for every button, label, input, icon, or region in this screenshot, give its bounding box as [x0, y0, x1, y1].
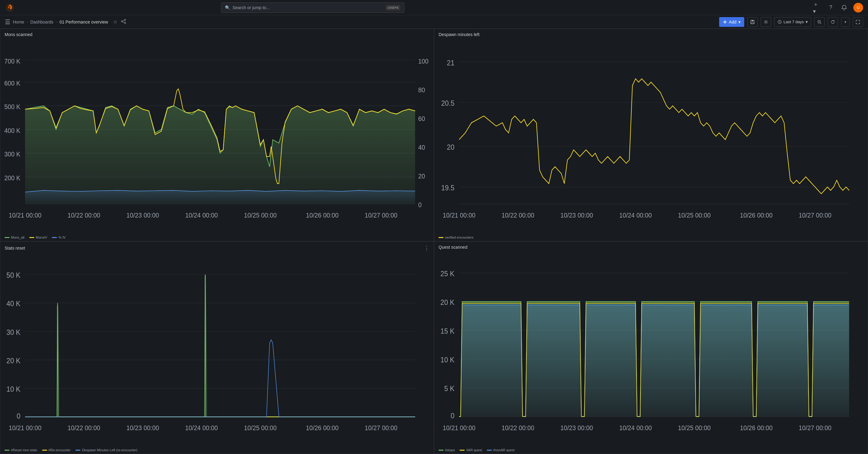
legend-label-pct-iv: % IV — [58, 235, 65, 239]
add-chevron: ▾ — [738, 20, 741, 25]
search-shortcut: cmd+k — [386, 5, 400, 10]
save-button[interactable] — [747, 17, 758, 27]
panel-header-despawn: Despawn minutes left — [434, 29, 868, 38]
zoom-out-button[interactable] — [814, 17, 825, 27]
legend-label-stops: #stops — [445, 448, 455, 452]
search-icon: 🔍 — [225, 5, 230, 10]
svg-text:0: 0 — [17, 412, 20, 420]
panel-body-quest: 25 K 20 K 15 K 10 K 5 K 0 — [434, 251, 868, 447]
svg-text:20 K: 20 K — [440, 298, 455, 306]
svg-text:40 K: 40 K — [6, 300, 21, 308]
panel-header-stats: Stats reset ⋮ — [0, 242, 434, 253]
svg-text:10/21 00:00: 10/21 00:00 — [443, 424, 475, 431]
panel-legend-despawn: verified encounters — [434, 234, 868, 241]
expand-button[interactable]: ▾ — [841, 17, 850, 27]
panel-stats-reset: Stats reset ⋮ 50 K 40 K 30 K 20 K 10 K 0 — [0, 241, 434, 454]
logo[interactable] — [5, 3, 15, 12]
notifications-icon[interactable] — [840, 3, 848, 12]
legend-label-despawn-min: Despawn Minutes Left (re-encounter) — [82, 448, 137, 452]
svg-text:10/22 00:00: 10/22 00:00 — [67, 424, 100, 431]
svg-text:10 K: 10 K — [440, 356, 455, 364]
add-label: Add — [729, 20, 737, 25]
svg-text:10/26 00:00: 10/26 00:00 — [306, 424, 339, 431]
panel-menu-stats[interactable]: ⋮ — [424, 245, 429, 252]
svg-text:15 K: 15 K — [440, 327, 455, 335]
svg-point-1 — [124, 19, 126, 21]
svg-text:25 K: 25 K — [440, 269, 455, 278]
legend-reencounter: #Re-encounter — [42, 448, 71, 452]
svg-point-3 — [124, 22, 126, 24]
panel-mons-scanned: Mons scanned 700 K 600 K 500 K 400 K 300… — [0, 29, 434, 241]
svg-point-2 — [121, 21, 123, 22]
svg-text:10/26 00:00: 10/26 00:00 — [740, 424, 773, 431]
share-icon[interactable] — [121, 19, 126, 25]
svg-text:60: 60 — [418, 115, 425, 122]
legend-label-reencounter: #Re-encounter — [49, 448, 71, 452]
add-button[interactable]: Add ▾ — [719, 17, 744, 27]
svg-rect-7 — [725, 20, 725, 24]
svg-text:20: 20 — [447, 143, 455, 151]
refresh-button[interactable] — [828, 17, 838, 27]
fullscreen-button[interactable] — [853, 17, 863, 27]
panel-body-despawn: 21 20.5 20 19.5 10/21 00:00 10/22 00:00 … — [434, 38, 868, 234]
svg-text:700 K: 700 K — [4, 58, 21, 65]
user-avatar[interactable]: U — [853, 3, 863, 12]
legend-color-reset-mon — [5, 450, 9, 451]
svg-text:20.5: 20.5 — [441, 99, 454, 107]
breadcrumb-home[interactable]: Home — [13, 20, 24, 25]
svg-text:30 K: 30 K — [6, 328, 21, 336]
legend-label-nonar-quest: #nonAR quest — [493, 448, 515, 452]
svg-text:10/27 00:00: 10/27 00:00 — [365, 424, 397, 431]
svg-text:10/23 00:00: 10/23 00:00 — [560, 212, 593, 219]
svg-text:21: 21 — [447, 59, 455, 67]
svg-text:300 K: 300 K — [4, 151, 21, 158]
panel-legend-mons: Mons_all MonsIV % IV — [0, 234, 434, 241]
breadcrumb-dashboards[interactable]: Dashboards — [30, 20, 54, 25]
quest-scanned-chart: 25 K 20 K 15 K 10 K 5 K 0 — [434, 251, 868, 447]
legend-stops: #stops — [439, 448, 455, 452]
time-range-button[interactable]: Last 7 days ▾ — [774, 17, 811, 27]
svg-text:20: 20 — [418, 173, 425, 180]
topbar-right: ＋ ▾ ? U — [813, 3, 863, 12]
legend-monsiv: MonsIV — [29, 235, 47, 239]
panel-body-stats: 50 K 40 K 30 K 20 K 10 K 0 — [0, 253, 434, 447]
panel-title-stats: Stats reset — [5, 246, 25, 251]
svg-text:10/21 00:00: 10/21 00:00 — [9, 424, 41, 431]
breadcrumb-current: 01 Performance overview — [60, 20, 108, 25]
breadcrumb-bar: ☰ Home › Dashboards › 01 Performance ove… — [0, 15, 868, 29]
panel-title-despawn: Despawn minutes left — [439, 32, 479, 37]
panel-body-mons: 700 K 600 K 500 K 400 K 300 K 200 K 100 … — [0, 38, 434, 234]
search-bar[interactable]: 🔍 Search or jump to... cmd+k — [221, 2, 404, 13]
legend-pct-iv: % IV — [52, 235, 65, 239]
legend-mons-all: Mons_all — [5, 235, 25, 239]
svg-text:20 K: 20 K — [6, 357, 21, 365]
breadcrumb-right: Add ▾ Last 7 days ▾ — [719, 17, 863, 27]
breadcrumb-sep1: › — [27, 20, 28, 24]
legend-color-ar-quest — [460, 450, 465, 451]
star-icon[interactable]: ☆ — [113, 19, 117, 25]
svg-text:10/22 00:00: 10/22 00:00 — [501, 212, 534, 219]
legend-label-reset-mon: #Reset mon stats — [11, 448, 37, 452]
plus-button[interactable]: ＋ ▾ — [813, 3, 822, 12]
svg-text:10/22 00:00: 10/22 00:00 — [67, 212, 100, 219]
panel-quest-scanned: Quest scanned 25 K 20 K 15 K 10 K 5 K 0 — [434, 241, 868, 454]
svg-text:400 K: 400 K — [4, 127, 21, 134]
time-range-label: Last 7 days — [784, 20, 804, 24]
settings-button[interactable] — [761, 17, 771, 27]
legend-label-ar-quest: #AR quest — [466, 448, 482, 452]
svg-text:200 K: 200 K — [4, 174, 21, 182]
svg-text:10/26 00:00: 10/26 00:00 — [306, 212, 339, 219]
svg-text:10/24 00:00: 10/24 00:00 — [619, 424, 652, 431]
legend-color-nonar-quest — [487, 450, 492, 451]
svg-text:10/24 00:00: 10/24 00:00 — [619, 212, 652, 219]
svg-text:10/25 00:00: 10/25 00:00 — [678, 212, 711, 219]
svg-text:10/21 00:00: 10/21 00:00 — [9, 212, 41, 219]
legend-color-despawn-min — [75, 450, 81, 451]
help-icon[interactable]: ? — [827, 3, 835, 12]
topbar: 🔍 Search or jump to... cmd+k ＋ ▾ ? U — [0, 0, 868, 15]
svg-text:600 K: 600 K — [4, 79, 21, 87]
legend-color-stops — [439, 450, 443, 451]
svg-text:50 K: 50 K — [6, 271, 21, 279]
menu-toggle[interactable]: ☰ — [5, 18, 10, 26]
svg-text:5 K: 5 K — [444, 384, 455, 393]
